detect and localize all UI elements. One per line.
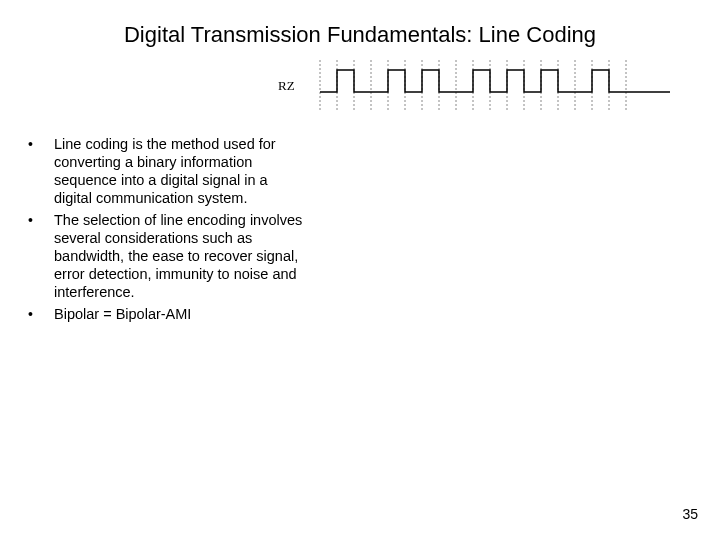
bullet-icon: • <box>28 305 54 323</box>
bullet-list: • Line coding is the method used for con… <box>28 135 308 327</box>
bullet-text: Line coding is the method used for conve… <box>54 135 308 207</box>
rz-waveform-icon <box>270 60 670 114</box>
bullet-icon: • <box>28 211 54 301</box>
list-item: • Line coding is the method used for con… <box>28 135 308 207</box>
page-number: 35 <box>682 506 698 522</box>
bullet-text: Bipolar = Bipolar-AMI <box>54 305 191 323</box>
list-item: • The selection of line encoding involve… <box>28 211 308 301</box>
bullet-text: The selection of line encoding involves … <box>54 211 308 301</box>
bullet-icon: • <box>28 135 54 207</box>
page-title: Digital Transmission Fundamentals: Line … <box>0 22 720 48</box>
list-item: • Bipolar = Bipolar-AMI <box>28 305 308 323</box>
